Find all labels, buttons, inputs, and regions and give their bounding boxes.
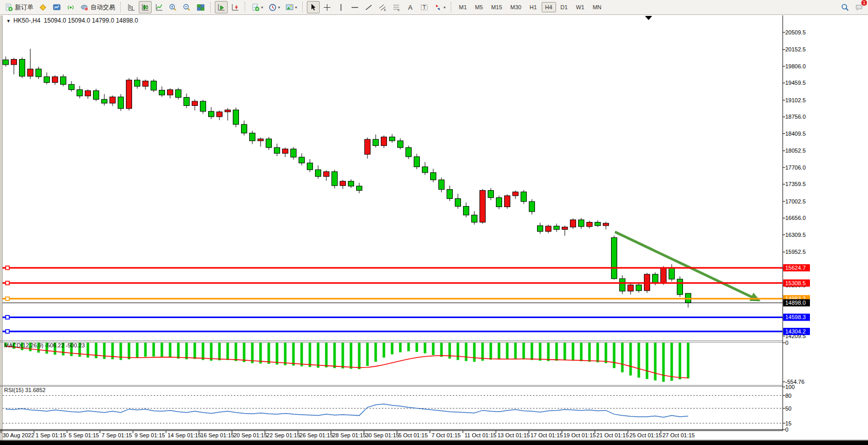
new-order-button[interactable]: 新订单 (3, 1, 35, 13)
charts-window-button[interactable] (50, 1, 63, 13)
toolbar-separator (120, 2, 122, 12)
dropdown-arrow-icon: ▾ (295, 5, 297, 10)
zoom-in-button[interactable] (167, 1, 179, 13)
crosshair-button[interactable] (321, 1, 334, 13)
symbol-timeframe-label: HK50-,H4 (13, 17, 41, 24)
candle-up (283, 149, 288, 153)
price-tick-label: 18409.5 (785, 131, 806, 137)
toolbar-separator (302, 2, 304, 12)
candle-down (77, 90, 83, 96)
cursor-button[interactable] (307, 1, 320, 13)
candle-up (365, 139, 371, 154)
candlestick-chart-button[interactable] (139, 1, 152, 13)
tile-windows-button[interactable] (194, 1, 207, 13)
level-price-label: 15624.7 (785, 265, 806, 271)
zoom-out-button[interactable] (180, 1, 193, 13)
candle-down (431, 173, 436, 180)
text-icon: A (406, 3, 415, 12)
price-tick-label: 17002.5 (785, 198, 806, 205)
candle-down (521, 192, 527, 201)
zoom-in-icon (169, 3, 177, 12)
new-chart-button[interactable]: ▾ (249, 1, 265, 13)
signals-button[interactable] (64, 1, 77, 13)
chart-window-title: ▼HK50-,H4 15094.0 15094.0 14799.0 14898.… (6, 17, 138, 24)
time-tick-label: 5 Sep 01:15 (68, 432, 99, 438)
toolbar-separator (245, 2, 246, 12)
arrows-icon (434, 3, 442, 12)
arrows-button[interactable]: ▾ (432, 1, 448, 13)
time-axis[interactable]: 30 Aug 20221 Sep 01:155 Sep 01:157 Sep 0… (1, 431, 695, 438)
line-anchor-handle[interactable] (6, 316, 9, 319)
equidistant-channel-button[interactable]: E (376, 1, 389, 13)
fibonacci-button[interactable]: F (390, 1, 403, 13)
candle-down (612, 238, 617, 279)
line-chart-button[interactable] (153, 1, 165, 13)
level-price-label: 14598.3 (785, 314, 806, 320)
candle-up (587, 222, 593, 226)
candle-down (242, 124, 247, 133)
time-tick-label: 22 Sep 01:15 (267, 432, 300, 438)
candle-up (628, 285, 634, 291)
chat-button[interactable]: 1 (853, 1, 865, 13)
candle-up (52, 77, 58, 82)
timeframe-h1-button[interactable]: H1 (526, 2, 540, 12)
templates-icon (285, 3, 294, 12)
time-tick-label: 30 Sep 01:15 (365, 432, 399, 438)
time-tick-label: 27 Oct 01:15 (662, 432, 695, 438)
trend-line-button[interactable] (362, 1, 375, 13)
price-tick-label: 19102.5 (785, 97, 806, 103)
price-tick-label: 20152.5 (785, 46, 806, 52)
candle-down (677, 279, 683, 294)
bar-chart-button[interactable] (125, 1, 138, 13)
candle-down (653, 274, 658, 284)
candle-down (151, 81, 157, 90)
rsi-tick-label: 80 (785, 393, 791, 399)
timeframe-d1-button[interactable]: D1 (557, 2, 571, 12)
text-button[interactable]: A (404, 1, 417, 13)
timeframe-mn-button[interactable]: MN (589, 2, 605, 12)
candle-down (61, 77, 66, 84)
time-tick-label: 19 Oct 01:15 (563, 432, 596, 438)
candle-up (192, 101, 198, 105)
price-axis[interactable]: 20509.520152.519806.019459.519102.518756… (783, 29, 810, 433)
chart-shift-button[interactable] (229, 1, 242, 13)
text-label-button[interactable]: T (418, 1, 431, 13)
search-button[interactable] (839, 1, 852, 13)
time-tick-label: 26 Sep 01:15 (300, 432, 333, 438)
timeframe-m30-button[interactable]: M30 (507, 2, 525, 12)
timeframe-h4-button[interactable]: H4 (542, 2, 556, 12)
vertical-line-button[interactable] (335, 1, 347, 13)
rsi-tick-label: 15 (785, 420, 791, 427)
market-button[interactable] (36, 1, 49, 13)
timeframe-m5-button[interactable]: M5 (471, 2, 486, 12)
timeframe-m15-button[interactable]: M15 (488, 2, 506, 12)
time-tick-label: 16 Sep 01:15 (200, 432, 234, 438)
candlesticks (3, 49, 691, 308)
time-tick-label: 21 Oct 01:15 (597, 432, 629, 438)
candle-down (102, 99, 107, 103)
chevron-down-icon[interactable]: ▼ (6, 18, 11, 24)
horizontal-line-button[interactable] (348, 1, 361, 13)
timeframe-m1-button[interactable]: M1 (455, 2, 470, 12)
timeframe-w1-button[interactable]: W1 (572, 2, 588, 12)
periods-button[interactable]: ▾ (266, 1, 282, 13)
time-tick-label: 25 Oct 01:15 (630, 432, 662, 438)
line-anchor-handle[interactable] (6, 266, 9, 270)
crosshair-icon (323, 3, 331, 12)
level-price-label: 15308.5 (785, 280, 806, 286)
templates-button[interactable]: ▾ (283, 1, 299, 13)
candle-down (307, 163, 313, 170)
autotrading-button[interactable]: 自动交易 (78, 1, 117, 13)
price-tick-label: 20509.5 (785, 29, 806, 35)
chart-shift-marker[interactable] (645, 16, 652, 20)
auto-scroll-button[interactable] (215, 1, 228, 13)
line-anchor-handle[interactable] (6, 330, 9, 333)
auto-scroll-icon (217, 3, 226, 12)
line-anchor-handle[interactable] (6, 281, 9, 285)
rsi-tick-label: 0 (785, 427, 788, 433)
candle-down (406, 147, 412, 157)
candle-down (579, 220, 584, 227)
candle-down (159, 90, 165, 95)
line-anchor-handle[interactable] (6, 297, 9, 301)
ohlc-values: 15094.0 15094.0 14799.0 14898.0 (44, 17, 138, 24)
